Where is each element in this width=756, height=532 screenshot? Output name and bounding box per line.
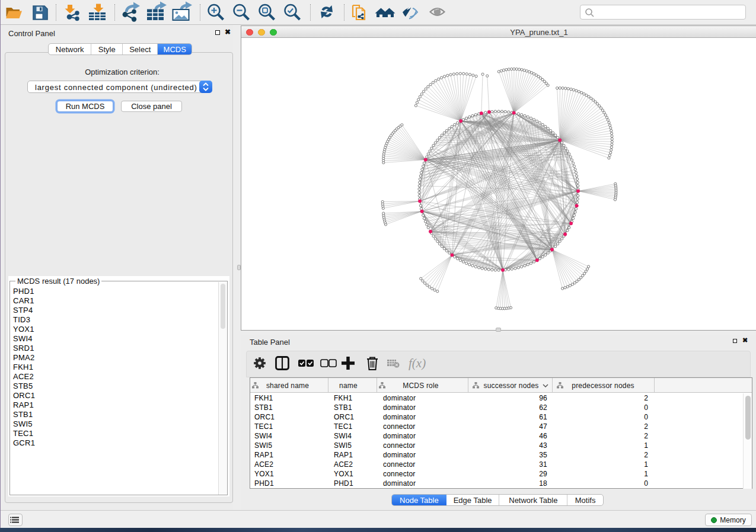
svg-text:f(x): f(x) xyxy=(409,356,426,370)
